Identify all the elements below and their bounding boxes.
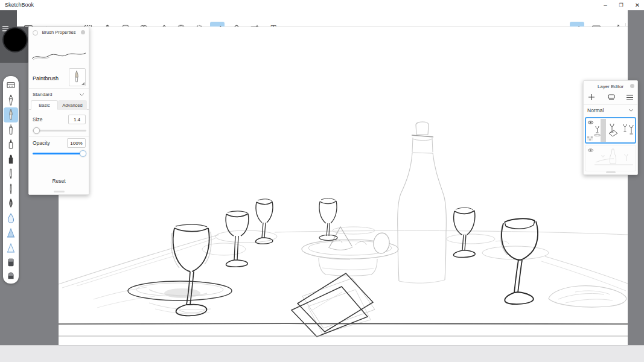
titlebar: SketchBook – ❐ ✕	[0, 0, 644, 10]
minimize-button[interactable]: –	[598, 0, 613, 10]
layer-menu-button[interactable]	[624, 92, 635, 103]
tool-airbrush[interactable]	[4, 122, 18, 138]
tool-paintbrush[interactable]	[4, 107, 18, 122]
layer-visibility-icon[interactable]	[587, 120, 594, 125]
transparency-lock-icon[interactable]	[587, 136, 593, 141]
airbrush-icon	[5, 123, 16, 136]
size-label: Size	[33, 116, 43, 122]
tool-eraser-soft[interactable]	[4, 268, 18, 283]
brush-panel-title: Brush Properties	[29, 30, 89, 35]
chevron-down-icon	[79, 93, 84, 97]
panel-drag-handle[interactable]	[54, 191, 65, 192]
layer-row-2[interactable]	[585, 145, 636, 171]
hamburger-icon	[626, 95, 633, 100]
panel-menu-button[interactable]	[81, 30, 85, 34]
pencil-icon	[5, 94, 16, 107]
size-value-field[interactable]: 1.4	[68, 115, 86, 124]
opacity-value-field[interactable]: 100%	[67, 138, 86, 148]
tool-ballpoint-pen[interactable]	[4, 167, 18, 182]
corner-flyout-marker	[81, 82, 84, 85]
fineliner-icon	[5, 182, 16, 195]
tool-smear-blend[interactable]	[4, 226, 18, 241]
corner-block	[0, 10, 17, 27]
layer-2-thumbnail	[593, 147, 634, 170]
opacity-slider-thumb[interactable]	[80, 150, 86, 157]
layer-row-1[interactable]	[585, 117, 636, 144]
taskbar: 20:03 24/03/2021 עבר Ps 9+	[0, 345, 644, 362]
ballpoint-pen-icon	[5, 167, 16, 180]
tool-brush-library[interactable]	[4, 78, 18, 93]
preset-dropdown[interactable]: Standard	[29, 89, 89, 100]
right-gutter	[628, 10, 644, 345]
tab-bar: Basic Advanced	[29, 100, 89, 110]
layer-editor-panel: Layer Editor Normal	[583, 80, 638, 175]
tool-ink-nib[interactable]	[4, 196, 18, 211]
layer-1-thumbnail	[594, 119, 635, 142]
tool-fineliner[interactable]	[4, 182, 18, 197]
panel-drag-handle[interactable]	[606, 171, 616, 173]
marker-icon	[5, 138, 16, 151]
tab-basic[interactable]: Basic	[31, 100, 58, 110]
water-drop-icon	[5, 212, 16, 225]
brush-library-icon	[5, 79, 16, 91]
sketch-artwork	[59, 27, 628, 345]
tool-pencil[interactable]	[4, 93, 18, 108]
tool-water-blend[interactable]	[4, 211, 18, 226]
brush-preview-button[interactable]	[69, 68, 86, 86]
tab-advanced[interactable]: Advanced	[58, 100, 87, 110]
stroke-preview	[30, 40, 88, 69]
size-slider[interactable]	[33, 130, 86, 132]
layer-stack-button[interactable]	[606, 92, 617, 103]
layer-panel-title: Layer Editor	[584, 84, 637, 89]
tool-chisel-marker[interactable]	[4, 152, 18, 167]
eraser-hard-icon	[5, 256, 16, 268]
eraser-soft-icon	[5, 269, 16, 281]
ink-nib-icon	[5, 197, 16, 210]
opacity-label: Opacity	[33, 140, 50, 146]
close-button[interactable]: ✕	[630, 0, 644, 10]
add-layer-button[interactable]	[586, 92, 597, 103]
size-slider-thumb[interactable]	[33, 127, 40, 134]
smear-triangle-icon	[5, 226, 16, 240]
blend-triangle-icon	[5, 241, 16, 255]
blend-mode-dropdown[interactable]: Normal	[584, 105, 637, 116]
layer-stack-icon	[607, 94, 616, 101]
main-toolbar: T	[0, 10, 628, 27]
tool-blend-outline[interactable]	[4, 241, 18, 256]
brush-name: Paintbrush	[33, 75, 59, 81]
plus-icon	[588, 94, 595, 101]
tool-marker[interactable]	[4, 137, 18, 152]
dock-menu-icon[interactable]	[2, 26, 8, 27]
opacity-slider[interactable]	[33, 153, 86, 154]
chevron-down-icon	[628, 109, 634, 112]
reset-button[interactable]: Reset	[29, 176, 89, 186]
app-title: SketchBook	[5, 2, 34, 8]
color-puck[interactable]	[2, 27, 28, 52]
paintbrush-icon	[5, 108, 16, 121]
chisel-marker-icon	[5, 153, 16, 166]
maximize-button[interactable]: ❐	[613, 0, 629, 10]
layer-panel-menu-dot[interactable]	[630, 84, 634, 88]
brush-properties-panel: Brush Properties Paintbrush Standard Bas…	[28, 27, 89, 195]
tool-palette	[3, 76, 19, 284]
drawing-canvas[interactable]	[59, 27, 628, 345]
